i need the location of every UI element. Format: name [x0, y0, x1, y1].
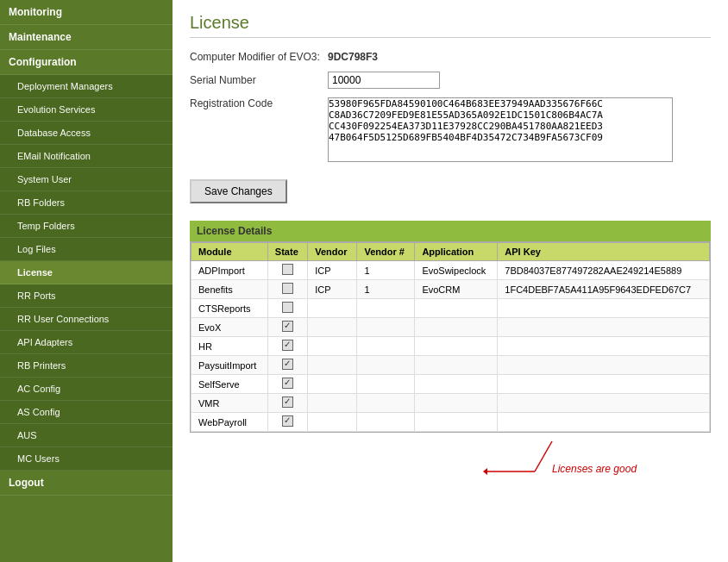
cell-module: SelfServe: [191, 375, 268, 394]
sidebar-item-rr-user-connections[interactable]: RR User Connections: [0, 308, 173, 331]
sidebar-item-system-user[interactable]: System User: [0, 168, 173, 191]
table-row: CTSReports: [191, 299, 710, 318]
cell-application: [415, 356, 498, 375]
save-changes-button[interactable]: Save Changes: [190, 179, 287, 203]
cell-vendor-num: 1: [357, 261, 415, 280]
cell-api-key: [498, 375, 710, 394]
cell-state[interactable]: [267, 318, 307, 337]
cell-module: HR: [191, 337, 268, 356]
sidebar-item-api-adapters[interactable]: API Adapters: [0, 331, 173, 354]
table-row: WebPayroll: [191, 413, 710, 432]
annotation-arrow: [483, 437, 656, 484]
cell-state[interactable]: [267, 299, 307, 318]
checkbox-checked[interactable]: [282, 340, 293, 351]
checkbox-checked[interactable]: [282, 415, 293, 427]
checkbox-checked[interactable]: [282, 321, 293, 332]
col-header-vendor: Vendor: [308, 243, 357, 261]
cell-module: EvoX: [191, 318, 268, 337]
col-header-api-key: API Key: [498, 243, 710, 261]
cell-vendor-num: [357, 375, 415, 394]
checkbox-checked[interactable]: [282, 359, 293, 370]
sidebar-item-monitoring[interactable]: Monitoring: [0, 0, 173, 25]
cell-state[interactable]: [267, 413, 307, 432]
cell-api-key: 1FC4DEBF7A5A411A95F9643EDFED67C7: [498, 280, 710, 299]
cell-application: [415, 394, 498, 413]
cell-vendor: [308, 318, 357, 337]
checkbox-unchecked[interactable]: [282, 302, 293, 313]
sidebar-item-temp-folders[interactable]: Temp Folders: [0, 215, 173, 238]
serial-number-input[interactable]: [328, 72, 440, 89]
cell-state[interactable]: [267, 394, 307, 413]
cell-application: EvoCRM: [415, 280, 498, 299]
sidebar-item-deployment-managers[interactable]: Deployment Managers: [0, 75, 173, 98]
table-row: ADPImportICP1EvoSwipeclock7BD84037E87749…: [191, 261, 710, 280]
cell-vendor-num: 1: [357, 280, 415, 299]
cell-vendor: ICP: [308, 280, 357, 299]
svg-line-0: [535, 441, 552, 471]
sidebar-item-aus[interactable]: AUS: [0, 424, 173, 447]
checkbox-checked[interactable]: [282, 397, 293, 408]
cell-state[interactable]: [267, 261, 307, 280]
sidebar-item-license[interactable]: License: [0, 261, 173, 284]
registration-code-row: Registration Code 53980F965FDA84590100C4…: [190, 97, 711, 162]
sidebar-item-log-files[interactable]: Log Files: [0, 238, 173, 261]
sidebar-item-rb-printers[interactable]: RB Printers: [0, 354, 173, 378]
sidebar-item-maintenance[interactable]: Maintenance: [0, 25, 173, 50]
computer-modifier-value: 9DC798F3: [328, 51, 378, 63]
cell-api-key: [498, 318, 710, 337]
cell-vendor-num: [357, 356, 415, 375]
cell-vendor: [308, 413, 357, 432]
checkbox-unchecked[interactable]: [282, 283, 293, 294]
serial-number-label: Serial Number: [190, 74, 328, 86]
sidebar-item-email-notification[interactable]: EMail Notification: [0, 145, 173, 168]
cell-api-key: [498, 356, 710, 375]
registration-code-textarea[interactable]: 53980F965FDA84590100C464B683EE37949AAD33…: [328, 97, 673, 162]
license-details-header: License Details: [190, 221, 711, 241]
sidebar-item-rb-folders[interactable]: RB Folders: [0, 191, 173, 215]
cell-state[interactable]: [267, 280, 307, 299]
table-header-row: Module State Vendor Vendor # Application…: [191, 243, 710, 261]
checkbox-unchecked[interactable]: [282, 264, 293, 275]
table-row: VMR: [191, 394, 710, 413]
cell-module: WebPayroll: [191, 413, 268, 432]
cell-vendor: [308, 337, 357, 356]
sidebar-item-database-access[interactable]: Database Access: [0, 122, 173, 145]
sidebar-item-logout[interactable]: Logout: [0, 471, 173, 496]
sidebar-item-configuration[interactable]: Configuration: [0, 50, 173, 75]
col-header-application: Application: [415, 243, 498, 261]
sidebar-item-ac-config[interactable]: AC Config: [0, 378, 173, 401]
col-header-vendor-num: Vendor #: [357, 243, 415, 261]
cell-module: Benefits: [191, 280, 268, 299]
license-table: Module State Vendor Vendor # Application…: [191, 242, 710, 432]
cell-state[interactable]: [267, 375, 307, 394]
sidebar: MonitoringMaintenanceConfigurationDeploy…: [0, 0, 173, 562]
sidebar-item-as-config[interactable]: AS Config: [0, 401, 173, 424]
cell-api-key: [498, 413, 710, 432]
checkbox-checked[interactable]: [282, 378, 293, 389]
table-row: SelfServe: [191, 375, 710, 394]
cell-vendor: [308, 394, 357, 413]
page-title: License: [190, 13, 711, 38]
cell-vendor: ICP: [308, 261, 357, 280]
cell-vendor-num: [357, 337, 415, 356]
sidebar-item-evolution-services[interactable]: Evolution Services: [0, 98, 173, 122]
cell-application: [415, 318, 498, 337]
cell-application: EvoSwipeclock: [415, 261, 498, 280]
cell-state[interactable]: [267, 356, 307, 375]
cell-state[interactable]: [267, 337, 307, 356]
table-row: PaysuitImport: [191, 356, 710, 375]
license-table-wrapper: Module State Vendor Vendor # Application…: [190, 241, 711, 433]
sidebar-item-mc-users[interactable]: MC Users: [0, 447, 173, 471]
cell-vendor-num: [357, 394, 415, 413]
annotation-area: Licenses are good: [190, 437, 711, 489]
cell-vendor-num: [357, 318, 415, 337]
table-row: EvoX: [191, 318, 710, 337]
cell-application: [415, 375, 498, 394]
sidebar-item-rr-ports[interactable]: RR Ports: [0, 284, 173, 308]
cell-application: [415, 299, 498, 318]
computer-modifier-label: Computer Modifier of EVO3:: [190, 51, 328, 63]
cell-module: ADPImport: [191, 261, 268, 280]
svg-marker-2: [483, 468, 487, 475]
cell-vendor-num: [357, 299, 415, 318]
cell-module: VMR: [191, 394, 268, 413]
